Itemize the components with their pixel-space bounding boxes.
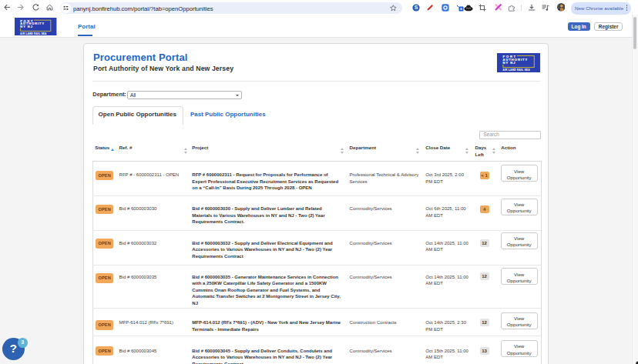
svg-text:NY NJ: NY NJ (502, 61, 515, 65)
svg-text:a: a (460, 6, 462, 11)
svg-text:NY NJ: NY NJ (21, 25, 34, 28)
svg-text:S: S (414, 5, 418, 10)
svg-text:AIR LAND RAIL SEA: AIR LAND RAIL SEA (21, 32, 47, 35)
svg-text:AIR LAND RAIL SEA: AIR LAND RAIL SEA (502, 68, 530, 72)
